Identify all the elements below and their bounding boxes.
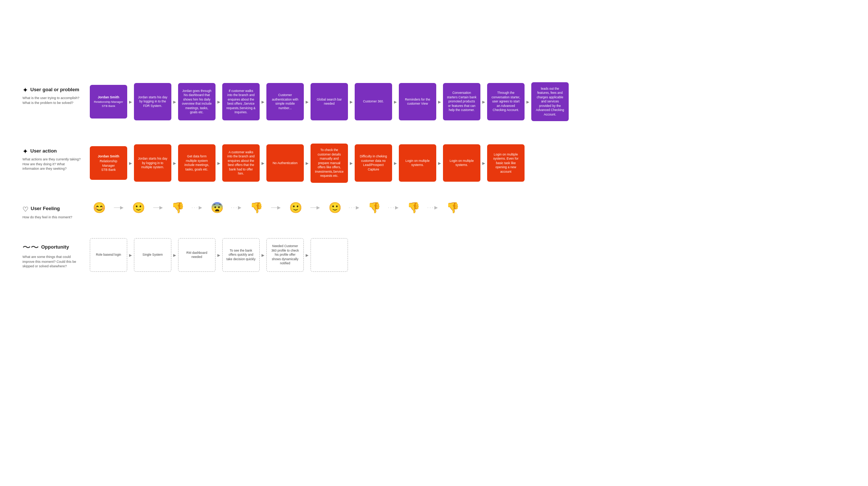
feeling-6: 🙂 [286, 202, 305, 214]
arrow-g5: ▶ [304, 100, 311, 104]
arrow-a9: ▶ [480, 161, 487, 165]
goal-card-3: Jordan goes through his dashboard that s… [178, 83, 216, 120]
feel-arrow-3: ···▶ [187, 205, 208, 210]
action-card-3: Get data form multiple system include me… [178, 144, 216, 182]
goal-card-6: Global search bar needed [311, 83, 348, 120]
arrow-g7: ▶ [392, 100, 399, 104]
action-card-5: No Authentication [266, 144, 304, 182]
feeling-2: 🙂 [129, 202, 148, 214]
arrow-a1: ▶ [127, 161, 134, 165]
feel-arrow-5: ──▶ [266, 205, 286, 210]
arrow-a2: ▶ [171, 161, 178, 165]
arrow-a6: ▶ [348, 161, 355, 165]
feeling-desc: How do they feel in this moment? [22, 215, 82, 220]
feel-arrow-7: ···▶ [344, 205, 365, 210]
action-card-2: Jordan starts his day by logging in to m… [134, 144, 171, 182]
goal-card-4: If customer walks into the branch and en… [222, 83, 260, 120]
action-card-9: Login on multiple systems. [443, 144, 480, 182]
arrow-o5: ▶ [304, 253, 311, 257]
arrow-g4: ▶ [260, 100, 266, 104]
feel-arrow-4: ···▶ [226, 205, 247, 210]
goal-card-9: Conversation starters Certain bank promo… [443, 83, 480, 120]
action-row: ✦ User action What actions are they curr… [22, 144, 846, 182]
feel-arrow-2: ──▶ [148, 205, 168, 210]
arrow-g9: ▶ [480, 100, 487, 104]
feeling-10: 👎 [443, 202, 462, 214]
feeling-icon: ♡ [22, 205, 28, 213]
opp-card-1: Role basesd login [90, 238, 127, 272]
feeling-cards: 😊 ──▶ 🙂 ──▶ 👎 ···▶ 😨 ···▶ 👎 ──▶ 🙂 ──▶ 🙂 … [90, 202, 846, 214]
action-card-4: A customer walks into the branch and enq… [222, 144, 260, 182]
goal-label: ✦ User goal or problem What is the user … [22, 82, 90, 105]
goal-card-7: Customer 360. [355, 83, 392, 120]
arrow-a4: ▶ [260, 161, 266, 165]
arrow-o1: ▶ [127, 253, 134, 257]
action-label: ✦ User action What actions are they curr… [22, 144, 90, 171]
feeling-8: 👎 [365, 202, 383, 214]
opportunity-desc: What are some things that could improve … [22, 255, 82, 269]
feeling-title: User Feeling [31, 206, 60, 211]
goal-cards: Jordan Smith Relationship ManagerSTB Ban… [90, 82, 846, 121]
feel-arrow-8: ···▶ [383, 205, 404, 210]
canvas: ✦ User goal or problem What is the user … [0, 0, 868, 486]
action-card-7: Difficulty in cheking customer data no L… [355, 144, 392, 182]
arrow-o2: ▶ [171, 253, 178, 257]
arrow-a5: ▶ [304, 161, 311, 165]
feeling-9: 👎 [404, 202, 423, 214]
goal-card-5: Customer authentication with simple mobi… [266, 83, 304, 120]
action-icon: ✦ [22, 147, 28, 156]
action-title: User action [30, 148, 57, 154]
action-card-6: To check the customer details manually a… [311, 144, 348, 182]
feeling-row: ♡ User Feeling How do they feel in this … [22, 202, 846, 220]
feel-arrow-9: ···▶ [423, 205, 443, 210]
opportunity-icon: 〜〜 [22, 242, 39, 253]
feeling-3: 👎 [168, 202, 187, 214]
opp-card-6 [311, 238, 348, 272]
arrow-a8: ▶ [436, 161, 443, 165]
goal-card-10: Through the conversation starter, user a… [487, 83, 525, 120]
action-card-8: Login on multiple systems. [399, 144, 436, 182]
opportunity-cards: Role basesd login ▶ Single System ▶ RM d… [90, 238, 846, 272]
goal-card-2: Jordan starts his day by logging in to t… [134, 83, 171, 120]
goal-title: User goal or problem [30, 87, 79, 92]
feeling-1: 😊 [90, 202, 109, 214]
feeling-7: 🙂 [326, 202, 344, 214]
arrow-o3: ▶ [216, 253, 222, 257]
arrow-g3: ▶ [216, 100, 222, 104]
arrow-o4: ▶ [260, 253, 266, 257]
goal-card-11: leads out the features, fees and charges… [531, 82, 569, 121]
opportunity-label: 〜〜 Opportunity What are some things that… [22, 238, 90, 269]
opp-card-2: Single System [134, 238, 171, 272]
arrow-g1: ▶ [127, 100, 134, 104]
feeling-5: 👎 [247, 202, 266, 214]
goal-icon: ✦ [22, 86, 28, 94]
feeling-label: ♡ User Feeling How do they feel in this … [22, 202, 90, 220]
action-cards: Jordan Smith Relationship ManagerSTB Ban… [90, 144, 846, 182]
arrow-g8: ▶ [436, 100, 443, 104]
goal-card-1: Jordan Smith Relationship ManagerSTB Ban… [90, 85, 127, 119]
opp-card-4: To see the bank offers quickly and take … [222, 238, 260, 272]
action-desc: What actions are they currently taking? … [22, 157, 82, 171]
opportunity-title: Opportunity [41, 244, 69, 250]
feeling-4: 😨 [208, 202, 226, 214]
action-card-10: Login on multiple systems. Even for basi… [487, 144, 525, 182]
arrow-g2: ▶ [171, 100, 178, 104]
opp-card-3: RM dashboard needed [178, 238, 216, 272]
goal-desc: What is the user trying to accomplish? W… [22, 96, 82, 105]
goal-row: ✦ User goal or problem What is the user … [22, 82, 846, 121]
arrow-a3: ▶ [216, 161, 222, 165]
feel-arrow-1: ──▶ [109, 205, 129, 210]
action-card-1: Jordan Smith Relationship ManagerSTB Ban… [90, 146, 127, 180]
feel-arrow-6: ──▶ [305, 205, 326, 210]
opp-card-5: Needed Customer 360 profile to check his… [266, 238, 304, 272]
opportunity-row: 〜〜 Opportunity What are some things that… [22, 238, 846, 272]
arrow-g6: ▶ [348, 100, 355, 104]
goal-card-8: Reminders for the customer View [399, 83, 436, 120]
arrow-a7: ▶ [392, 161, 399, 165]
arrow-g10: ▶ [525, 100, 531, 104]
